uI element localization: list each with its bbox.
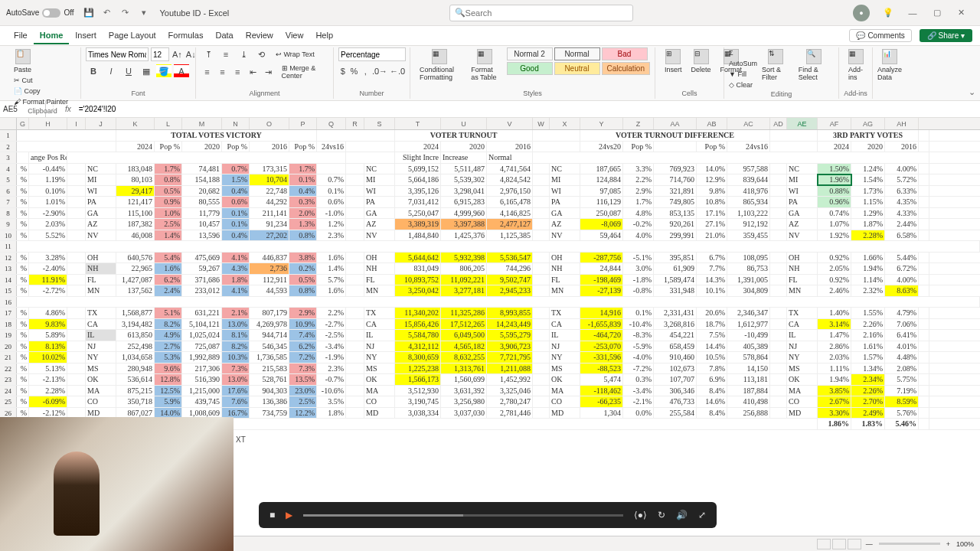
cell[interactable]	[919, 219, 929, 230]
cell[interactable]: -6.09%	[29, 396, 67, 407]
cell[interactable]: OK	[787, 374, 818, 385]
cell[interactable]: 3,250,042	[395, 285, 441, 296]
cell[interactable]	[346, 142, 395, 152]
row-header[interactable]: 16	[0, 297, 17, 308]
col-header-R[interactable]: R	[346, 118, 364, 129]
cell[interactable]	[533, 374, 550, 385]
cell[interactable]: MI	[364, 174, 395, 185]
cell[interactable]: CA	[787, 319, 818, 330]
cell[interactable]: 5.89%	[29, 330, 67, 341]
cell[interactable]: 11,340,202	[395, 308, 441, 318]
cell[interactable]: 5.76%	[885, 408, 919, 419]
cell[interactable]	[919, 186, 929, 197]
cell[interactable]	[533, 208, 550, 219]
cell[interactable]: 14,243,449	[487, 319, 533, 330]
cell[interactable]: VOTER TURNOUT DIFFERENCE	[580, 130, 770, 141]
cell[interactable]: 5.7%	[317, 275, 346, 285]
col-header-T[interactable]: T	[395, 118, 441, 129]
cell[interactable]: 250,087	[580, 208, 623, 219]
cell[interactable]: 44,292	[250, 197, 289, 207]
cell[interactable]: 61,909	[654, 263, 697, 274]
cell[interactable]: 3,389,319	[395, 219, 441, 230]
cell[interactable]: 5,699,152	[395, 164, 441, 174]
cell[interactable]	[770, 364, 787, 374]
cell[interactable]: VOTER TURNOUT	[395, 130, 533, 141]
cell[interactable]	[346, 263, 364, 274]
cell[interactable]	[533, 219, 550, 230]
cell[interactable]: 4,269,978	[250, 319, 289, 330]
cell[interactable]: TX	[86, 308, 116, 318]
cell[interactable]	[770, 341, 787, 352]
cell[interactable]: 1.2%	[317, 219, 346, 230]
cell[interactable]: 256,888	[727, 408, 770, 419]
cell[interactable]: -3.4%	[623, 386, 654, 396]
cell[interactable]: %	[17, 174, 29, 185]
cell[interactable]: 217,306	[182, 364, 222, 374]
cell[interactable]: 5,644,642	[395, 253, 441, 263]
cell[interactable]	[346, 408, 364, 419]
cell[interactable]: NV	[787, 230, 818, 241]
cell[interactable]: -4.0%	[623, 352, 654, 363]
cell[interactable]: 1.8%	[317, 408, 346, 419]
cell[interactable]: OH	[550, 253, 580, 263]
cell[interactable]: 1.61%	[851, 341, 885, 352]
cell[interactable]: 0.8%	[289, 230, 317, 241]
cell[interactable]: IL	[787, 330, 818, 341]
row-header[interactable]: 2	[0, 142, 17, 152]
cell[interactable]: 9.8%	[697, 186, 727, 197]
cell[interactable]: 8.2%	[222, 341, 250, 352]
col-header-X[interactable]: X	[550, 118, 580, 129]
cell[interactable]: 3,268,816	[654, 319, 697, 330]
cell[interactable]: 2,346,347	[727, 308, 770, 318]
cell[interactable]: -253,070	[580, 341, 623, 352]
cell[interactable]: %	[17, 308, 29, 318]
cell[interactable]: -2.5%	[317, 330, 346, 341]
cell[interactable]: 865,934	[727, 197, 770, 207]
cell[interactable]: -287,756	[580, 253, 623, 263]
row-header[interactable]: 20	[0, 341, 17, 352]
cell[interactable]	[533, 174, 550, 185]
cell[interactable]: 233,012	[182, 285, 222, 296]
cell[interactable]: 1,568,877	[116, 308, 155, 318]
cell[interactable]	[346, 164, 364, 174]
row-header[interactable]: 14	[0, 275, 17, 285]
row-header[interactable]: 24	[0, 386, 17, 396]
cell[interactable]: 7,031,412	[395, 197, 441, 207]
cell[interactable]: 24vs16	[317, 142, 346, 152]
cell[interactable]: Slight Incre	[395, 152, 441, 163]
cell[interactable]: 11,325,286	[441, 308, 487, 318]
cell[interactable]: 10,704	[250, 174, 289, 185]
cell[interactable]: %	[17, 275, 29, 285]
cell[interactable]: 4,146,825	[487, 208, 533, 219]
col-header-N[interactable]: N	[222, 118, 250, 129]
cell[interactable]	[533, 152, 929, 163]
cell[interactable]: 13.5%	[289, 374, 317, 385]
cell[interactable]: %	[17, 352, 29, 363]
cell[interactable]: 2.9%	[289, 308, 317, 318]
cell[interactable]: MS	[86, 364, 116, 374]
cell[interactable]: 7.5%	[697, 330, 727, 341]
row-header[interactable]: 15	[0, 285, 17, 296]
cell[interactable]: -1.8%	[623, 275, 654, 285]
cell[interactable]: 7.6%	[222, 396, 250, 407]
cell[interactable]: 0.0%	[623, 408, 654, 419]
col-header-Y[interactable]: Y	[580, 118, 623, 129]
cell[interactable]	[770, 253, 787, 263]
cell[interactable]: 454,221	[654, 330, 697, 341]
cell[interactable]	[770, 174, 787, 185]
cell[interactable]: NH	[787, 263, 818, 274]
cell[interactable]	[346, 285, 364, 296]
menu-review[interactable]: Review	[240, 28, 279, 44]
cell[interactable]: 0.8%	[289, 285, 317, 296]
cell[interactable]: 3,038,334	[395, 408, 441, 419]
cell[interactable]: 17,512,265	[441, 319, 487, 330]
cell[interactable]	[919, 308, 929, 318]
cell[interactable]: 1,313,761	[441, 364, 487, 374]
cell[interactable]	[770, 263, 787, 274]
cell[interactable]: 439,745	[182, 396, 222, 407]
cell[interactable]: OK	[86, 374, 116, 385]
cell[interactable]: 3,395,126	[395, 186, 441, 197]
cell[interactable]: OK	[364, 374, 395, 385]
cell[interactable]: 21.0%	[697, 230, 727, 241]
cell[interactable]	[346, 208, 364, 219]
